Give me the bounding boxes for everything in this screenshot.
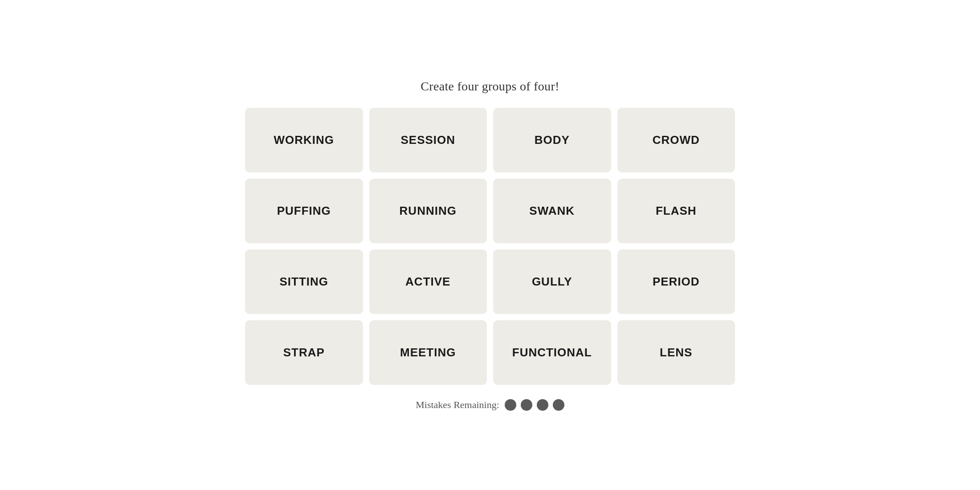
word-label-gully: GULLY (532, 275, 572, 289)
word-card-sitting[interactable]: SITTING (245, 249, 363, 314)
word-label-flash: FLASH (656, 204, 697, 218)
word-label-swank: SWANK (529, 204, 575, 218)
mistakes-area: Mistakes Remaining: (416, 399, 564, 411)
word-card-session[interactable]: SESSION (369, 108, 487, 172)
word-card-flash[interactable]: FLASH (617, 179, 735, 243)
game-subtitle: Create four groups of four! (421, 79, 559, 94)
game-container: Create four groups of four! WORKINGSESSI… (245, 79, 735, 411)
mistake-dot-4 (553, 399, 564, 411)
word-card-crowd[interactable]: CROWD (617, 108, 735, 172)
word-card-running[interactable]: RUNNING (369, 179, 487, 243)
word-label-period: PERIOD (653, 275, 700, 289)
word-card-working[interactable]: WORKING (245, 108, 363, 172)
mistakes-dots (505, 399, 564, 411)
word-label-active: ACTIVE (405, 275, 450, 289)
word-card-meeting[interactable]: MEETING (369, 320, 487, 385)
word-card-functional[interactable]: FUNCTIONAL (493, 320, 611, 385)
word-label-strap: STRAP (283, 346, 325, 359)
word-label-crowd: CROWD (653, 133, 700, 147)
word-card-active[interactable]: ACTIVE (369, 249, 487, 314)
word-card-gully[interactable]: GULLY (493, 249, 611, 314)
word-label-functional: FUNCTIONAL (512, 346, 592, 359)
mistakes-label: Mistakes Remaining: (416, 399, 499, 411)
word-label-puffing: PUFFING (277, 204, 331, 218)
word-card-puffing[interactable]: PUFFING (245, 179, 363, 243)
mistake-dot-2 (521, 399, 532, 411)
mistake-dot-3 (537, 399, 548, 411)
word-label-session: SESSION (400, 133, 455, 147)
word-label-body: BODY (535, 133, 570, 147)
word-label-working: WORKING (274, 133, 334, 147)
word-card-swank[interactable]: SWANK (493, 179, 611, 243)
word-label-lens: LENS (660, 346, 692, 359)
word-card-body[interactable]: BODY (493, 108, 611, 172)
word-label-running: RUNNING (400, 204, 457, 218)
word-card-strap[interactable]: STRAP (245, 320, 363, 385)
word-label-meeting: MEETING (400, 346, 456, 359)
word-card-lens[interactable]: LENS (617, 320, 735, 385)
word-card-period[interactable]: PERIOD (617, 249, 735, 314)
word-label-sitting: SITTING (279, 275, 328, 289)
mistake-dot-1 (505, 399, 516, 411)
word-grid: WORKINGSESSIONBODYCROWDPUFFINGRUNNINGSWA… (245, 108, 735, 385)
